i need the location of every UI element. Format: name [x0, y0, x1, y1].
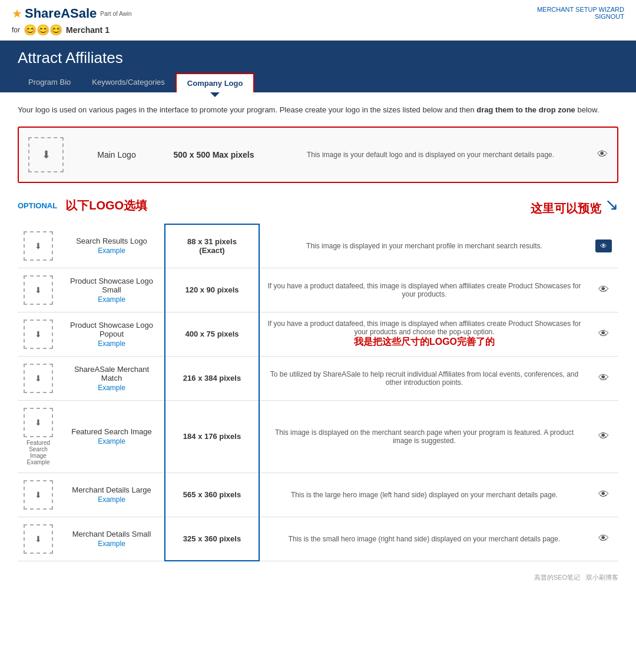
banner-tabs: Program Bio Keywords/Categories Company …: [18, 73, 618, 92]
row-label: Product Showcase Logo Popout: [70, 321, 153, 338]
row-label: Featured Search Image: [71, 427, 152, 436]
size-cell-product-popout: 400 x 75 pixels: [165, 312, 259, 356]
table-row: ⬇ Merchant Details Small Example 325 x 3…: [18, 517, 618, 561]
logo-star-icon: ★: [12, 6, 22, 21]
intro-text: Your logo is used on various pages in th…: [18, 104, 618, 116]
desc-cell-merchant-small: This is the small hero image (right hand…: [259, 517, 589, 561]
desc-cell-merchant-large: This is the large hero image (left hand …: [259, 473, 589, 517]
optional-chinese-label: 以下LOGO选填: [65, 198, 147, 214]
preview-icon-featured-search[interactable]: 👁: [598, 430, 609, 442]
label-cell-search-results: Search Results Logo Example: [59, 224, 165, 268]
size-cell-merchant-small: 325 x 360 pixels: [165, 517, 259, 561]
nav-signout-link[interactable]: SIGNOUT: [537, 13, 624, 20]
dropzone-cell[interactable]: ⬇ Featured Search Image Example: [18, 400, 59, 473]
preview-cell-merchant-large[interactable]: 👁: [589, 473, 618, 517]
main-logo-preview-icon[interactable]: 👁: [597, 148, 608, 161]
preview-icon-product-popout[interactable]: 👁: [598, 328, 609, 340]
bottom-branding: 高普的SEO笔记 双小刷博客: [18, 573, 618, 582]
label-cell-featured-search: Featured Search Image Example: [59, 400, 165, 473]
chinese-annotation-popout: 我是把这些尺寸的LOGO完善了的: [354, 337, 495, 347]
example-link-featured-search[interactable]: Example: [65, 437, 158, 445]
desc-cell-product-small: If you have a product datafeed, this ima…: [259, 268, 589, 312]
dropzone-cell[interactable]: ⬇: [18, 268, 59, 312]
preview-cell-merchant-small[interactable]: 👁: [589, 517, 618, 561]
drop-zone-featured-search[interactable]: ⬇: [24, 408, 53, 437]
main-logo-dropzone[interactable]: ⬇: [28, 137, 64, 172]
row-label: Merchant Details Small: [72, 530, 151, 538]
preview-cell-product-popout[interactable]: 👁: [589, 312, 618, 356]
example-link-product-small[interactable]: Example: [65, 295, 158, 304]
size-cell-search-results: 88 x 31 pixels(Exact): [165, 224, 259, 268]
example-link-merchant-large[interactable]: Example: [65, 495, 158, 504]
size-cell-featured-search: 184 x 176 pixels: [165, 400, 259, 473]
drop-zone-product-small[interactable]: ⬇: [24, 275, 53, 305]
merchant-label: Merchant 1: [66, 25, 110, 35]
size-cell-merchant-large: 565 x 360 pixels: [165, 473, 259, 517]
preview-annotation: 这里可以预览 ↘: [531, 195, 618, 217]
label-cell-merchant-large: Merchant Details Large Example: [59, 473, 165, 517]
logo-area: ★ ShareASale Part of Awin for 😊😊😊 Mercha…: [12, 6, 131, 36]
dropzone-cell[interactable]: ⬇: [18, 224, 59, 268]
label-cell-merchant-small: Merchant Details Small Example: [59, 517, 165, 561]
example-link-search-results[interactable]: Example: [65, 247, 158, 255]
main-content: Your logo is used on various pages in th…: [0, 92, 636, 594]
tab-company-logo[interactable]: Company Logo: [175, 73, 255, 92]
example-link-merchant-small[interactable]: Example: [65, 540, 158, 548]
label-cell-merchant-match: ShareASale Merchant Match Example: [59, 356, 165, 400]
desc-cell-featured-search: This image is displayed on the merchant …: [259, 400, 589, 473]
tagline: Part of Awin: [100, 11, 131, 17]
logo-table: ⬇ Search Results Logo Example 88 x 31 pi…: [18, 224, 618, 562]
table-row: ⬇ Product Showcase Logo Popout Example 4…: [18, 312, 618, 356]
arrow-icon: ↘: [605, 195, 618, 214]
tab-program-bio[interactable]: Program Bio: [18, 73, 81, 92]
top-header: ★ ShareASale Part of Awin for 😊😊😊 Mercha…: [0, 0, 636, 41]
banner-title: Attract Affiliates: [18, 49, 618, 73]
drop-zone-merchant-large[interactable]: ⬇: [24, 480, 53, 510]
optional-label: OPTIONAL: [18, 201, 57, 210]
dropzone-cell[interactable]: ⬇: [18, 356, 59, 400]
preview-icon-merchant-match[interactable]: 👁: [598, 372, 609, 384]
example-link-merchant-match[interactable]: Example: [65, 384, 158, 392]
desc-cell-product-popout: If you have a product datafeed, this ima…: [259, 312, 589, 356]
table-row: ⬇ ShareASale Merchant Match Example 216 …: [18, 356, 618, 400]
main-logo-box[interactable]: ⬇ Main Logo 500 x 500 Max pixels This im…: [18, 127, 618, 183]
drop-zone-product-popout[interactable]: ⬇: [24, 320, 53, 349]
preview-cell-featured-search[interactable]: 👁: [589, 400, 618, 473]
preview-button-search-results[interactable]: 👁: [595, 239, 612, 252]
blue-banner: Attract Affiliates Program Bio Keywords/…: [0, 41, 636, 92]
main-logo-size: 500 x 500 Max pixels: [170, 150, 258, 159]
dropzone-cell[interactable]: ⬇: [18, 473, 59, 517]
download-icon: ⬇: [42, 148, 51, 161]
example-link-product-popout[interactable]: Example: [65, 340, 158, 348]
logo-brand: ★ ShareASale Part of Awin: [12, 6, 131, 21]
preview-cell-merchant-match[interactable]: 👁: [589, 356, 618, 400]
preview-icon-product-small[interactable]: 👁: [598, 284, 609, 295]
top-nav-right: MERCHANT SETUP WIZARD SIGNOUT: [537, 6, 624, 20]
label-cell-product-small: Product Showcase Logo Small Example: [59, 268, 165, 312]
desc-cell-merchant-match: To be utilized by ShareASale to help rec…: [259, 356, 589, 400]
drop-zone-search-results[interactable]: ⬇: [24, 231, 53, 261]
main-logo-label: Main Logo: [75, 150, 158, 159]
preview-cell-product-small[interactable]: 👁: [589, 268, 618, 312]
label-cell-product-popout: Product Showcase Logo Popout Example: [59, 312, 165, 356]
main-logo-desc: This image is your default logo and is d…: [270, 151, 591, 159]
size-cell-merchant-match: 216 x 384 pixels: [165, 356, 259, 400]
featured-search-example-label: Featured Search Image Example: [24, 440, 53, 465]
table-row: ⬇ Merchant Details Large Example 565 x 3…: [18, 473, 618, 517]
table-row: ⬇ Product Showcase Logo Small Example 12…: [18, 268, 618, 312]
desc-cell-search-results: This image is displayed in your merchant…: [259, 224, 589, 268]
brand-name: ShareASale: [25, 6, 97, 21]
size-cell-product-small: 120 x 90 pixels: [165, 268, 259, 312]
preview-icon-merchant-large[interactable]: 👁: [598, 488, 609, 500]
preview-cell-search-results[interactable]: 👁: [589, 224, 618, 268]
dropzone-cell[interactable]: ⬇: [18, 517, 59, 561]
row-label: Search Results Logo: [76, 237, 147, 245]
drop-zone-merchant-small[interactable]: ⬇: [24, 524, 53, 554]
nav-wizard-link[interactable]: MERCHANT SETUP WIZARD: [537, 6, 624, 13]
table-row: ⬇ Featured Search Image Example Featured…: [18, 400, 618, 473]
dropzone-cell[interactable]: ⬇: [18, 312, 59, 356]
tab-keywords[interactable]: Keywords/Categories: [81, 73, 175, 92]
drop-zone-merchant-match[interactable]: ⬇: [24, 364, 53, 393]
preview-chinese-label: 这里可以预览: [531, 201, 601, 217]
preview-icon-merchant-small[interactable]: 👁: [598, 533, 609, 544]
